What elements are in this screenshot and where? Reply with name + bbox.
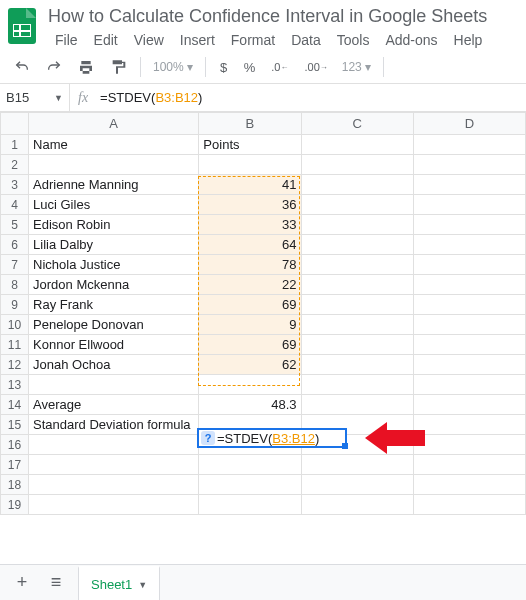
cell-D17[interactable]	[413, 455, 525, 475]
cell-C7[interactable]	[301, 255, 413, 275]
row-header-3[interactable]: 3	[1, 175, 29, 195]
document-title[interactable]: How to Calculate Confidence Interval in …	[48, 6, 518, 27]
cell-D7[interactable]	[413, 255, 525, 275]
cell-A7[interactable]: Nichola Justice	[29, 255, 199, 275]
cell-C1[interactable]	[301, 135, 413, 155]
cell-B7[interactable]: 78	[199, 255, 301, 275]
cell-C5[interactable]	[301, 215, 413, 235]
col-header-D[interactable]: D	[413, 113, 525, 135]
row-header-18[interactable]: 18	[1, 475, 29, 495]
menu-file[interactable]: File	[48, 29, 85, 51]
cell-A6[interactable]: Lilia Dalby	[29, 235, 199, 255]
cell-C9[interactable]	[301, 295, 413, 315]
cell-C19[interactable]	[301, 495, 413, 515]
cell-A16[interactable]	[29, 435, 199, 455]
cell-D8[interactable]	[413, 275, 525, 295]
cell-D1[interactable]	[413, 135, 525, 155]
cell-D15[interactable]	[413, 415, 525, 435]
cell-B11[interactable]: 69	[199, 335, 301, 355]
cell-B16[interactable]	[199, 435, 301, 455]
cell-A9[interactable]: Ray Frank	[29, 295, 199, 315]
cell-C18[interactable]	[301, 475, 413, 495]
row-header-8[interactable]: 8	[1, 275, 29, 295]
add-sheet-button[interactable]: +	[10, 571, 34, 576]
cell-B15[interactable]	[199, 415, 301, 435]
currency-button[interactable]: $	[214, 55, 234, 79]
row-header-1[interactable]: 1	[1, 135, 29, 155]
cell-B12[interactable]: 62	[199, 355, 301, 375]
cell-C14[interactable]	[301, 395, 413, 415]
cell-A12[interactable]: Jonah Ochoa	[29, 355, 199, 375]
cell-D13[interactable]	[413, 375, 525, 395]
cell-D18[interactable]	[413, 475, 525, 495]
cell-D11[interactable]	[413, 335, 525, 355]
cell-A8[interactable]: Jordon Mckenna	[29, 275, 199, 295]
cell-B4[interactable]: 36	[199, 195, 301, 215]
cell-D16[interactable]	[413, 435, 525, 455]
cell-C13[interactable]	[301, 375, 413, 395]
cell-A15[interactable]: Standard Deviation formula	[29, 415, 199, 435]
cell-D3[interactable]	[413, 175, 525, 195]
percent-button[interactable]: %	[238, 55, 262, 79]
cell-B19[interactable]	[199, 495, 301, 515]
row-header-19[interactable]: 19	[1, 495, 29, 515]
cell-C2[interactable]	[301, 155, 413, 175]
cell-B9[interactable]: 69	[199, 295, 301, 315]
row-header-2[interactable]: 2	[1, 155, 29, 175]
menu-insert[interactable]: Insert	[173, 29, 222, 51]
menu-format[interactable]: Format	[224, 29, 282, 51]
cell-C8[interactable]	[301, 275, 413, 295]
row-header-12[interactable]: 12	[1, 355, 29, 375]
cell-D14[interactable]	[413, 395, 525, 415]
cell-C12[interactable]	[301, 355, 413, 375]
increase-decimal-button[interactable]: .00→	[298, 55, 333, 79]
spreadsheet-grid[interactable]: A B C D 1NamePoints23Adrienne Manning414…	[0, 112, 526, 515]
cell-A3[interactable]: Adrienne Manning	[29, 175, 199, 195]
col-header-B[interactable]: B	[199, 113, 301, 135]
cell-B2[interactable]	[199, 155, 301, 175]
cell-D2[interactable]	[413, 155, 525, 175]
cell-B10[interactable]: 9	[199, 315, 301, 335]
col-header-C[interactable]: C	[301, 113, 413, 135]
paint-format-button[interactable]	[104, 55, 132, 79]
cell-C10[interactable]	[301, 315, 413, 335]
cell-A2[interactable]	[29, 155, 199, 175]
cell-A18[interactable]	[29, 475, 199, 495]
cell-D12[interactable]	[413, 355, 525, 375]
row-header-17[interactable]: 17	[1, 455, 29, 475]
row-header-9[interactable]: 9	[1, 295, 29, 315]
redo-button[interactable]	[40, 55, 68, 79]
cell-B5[interactable]: 33	[199, 215, 301, 235]
menu-data[interactable]: Data	[284, 29, 328, 51]
menu-view[interactable]: View	[127, 29, 171, 51]
cell-A1[interactable]: Name	[29, 135, 199, 155]
cell-B8[interactable]: 22	[199, 275, 301, 295]
cell-A4[interactable]: Luci Giles	[29, 195, 199, 215]
cell-B17[interactable]	[199, 455, 301, 475]
row-header-14[interactable]: 14	[1, 395, 29, 415]
sheet-tab-sheet1[interactable]: Sheet1 ▼	[78, 566, 160, 576]
cell-D4[interactable]	[413, 195, 525, 215]
cell-D19[interactable]	[413, 495, 525, 515]
cell-A14[interactable]: Average	[29, 395, 199, 415]
cell-D6[interactable]	[413, 235, 525, 255]
cell-C15[interactable]	[301, 415, 413, 435]
decrease-decimal-button[interactable]: .0←	[265, 55, 294, 79]
row-header-4[interactable]: 4	[1, 195, 29, 215]
cell-C3[interactable]	[301, 175, 413, 195]
cell-B1[interactable]: Points	[199, 135, 301, 155]
name-box[interactable]: B15 ▼	[0, 84, 70, 111]
cell-A10[interactable]: Penelope Donovan	[29, 315, 199, 335]
row-header-15[interactable]: 15	[1, 415, 29, 435]
zoom-select[interactable]: 100% ▾	[149, 60, 197, 74]
row-header-11[interactable]: 11	[1, 335, 29, 355]
cell-C16[interactable]	[301, 435, 413, 455]
row-header-16[interactable]: 16	[1, 435, 29, 455]
undo-button[interactable]	[8, 55, 36, 79]
row-header-6[interactable]: 6	[1, 235, 29, 255]
row-header-10[interactable]: 10	[1, 315, 29, 335]
col-header-A[interactable]: A	[29, 113, 199, 135]
cell-B3[interactable]: 41	[199, 175, 301, 195]
formula-bar[interactable]: =STDEV(B3:B12)	[96, 90, 526, 105]
menu-help[interactable]: Help	[447, 29, 490, 51]
